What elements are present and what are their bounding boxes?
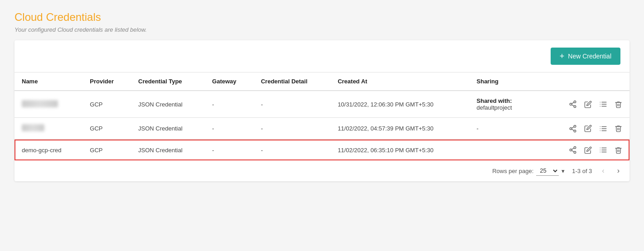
action-icons: [568, 146, 622, 154]
cell-sharing: [470, 140, 561, 161]
cell-actions: [561, 91, 629, 118]
new-credential-label: New Credential: [568, 53, 611, 60]
pagination-row: Rows per page: 25 50 100 ▾ 1-3 of 3 ‹ ›: [15, 160, 629, 181]
col-header-created-at: Created At: [330, 72, 469, 91]
pagination-range: 1-3 of 3: [572, 168, 592, 174]
credentials-table: Name Provider Credential Type Gateway Cr…: [15, 72, 629, 181]
col-header-sharing: Sharing: [470, 72, 561, 91]
cell-credential-detail: -: [254, 140, 330, 161]
delete-icon[interactable]: [615, 146, 622, 154]
sharing-label: Shared with:: [477, 97, 512, 104]
toolbar: + New Credential: [15, 40, 629, 72]
share-icon[interactable]: [569, 125, 577, 133]
cell-name: demo-gcp-cred: [15, 140, 82, 161]
delete-icon[interactable]: [615, 125, 622, 132]
blurred-name: [22, 100, 58, 107]
dropdown-icon: ▾: [562, 168, 565, 174]
menu-icon[interactable]: [599, 125, 607, 133]
page-subtitle: Your configured Cloud credentials are li…: [15, 26, 629, 33]
svg-line-14: [571, 129, 574, 130]
table-row: GCPJSON Credential--10/31/2022, 12:06:30…: [15, 91, 629, 118]
cell-sharing: Shared with: defaultproject: [470, 91, 561, 118]
table-row: demo-gcp-credGCPJSON Credential--11/02/2…: [15, 140, 629, 161]
pagination-next-button[interactable]: ›: [615, 166, 622, 176]
edit-icon[interactable]: [584, 146, 592, 154]
cell-gateway: -: [205, 91, 254, 118]
edit-icon[interactable]: [584, 125, 592, 132]
action-icons: [568, 125, 622, 133]
rows-per-page-label: Rows per page:: [492, 168, 533, 174]
new-credential-button[interactable]: + New Credential: [551, 48, 620, 65]
cell-gateway: -: [205, 140, 254, 161]
pagination: Rows per page: 25 50 100 ▾ 1-3 of 3 ‹ ›: [22, 166, 622, 176]
table-header-row: Name Provider Credential Type Gateway Cr…: [15, 72, 629, 91]
svg-line-3: [571, 105, 574, 106]
pagination-prev-button[interactable]: ‹: [599, 166, 607, 176]
svg-line-26: [571, 148, 574, 150]
cell-credential-detail: -: [254, 118, 330, 140]
svg-line-4: [571, 102, 574, 104]
plus-icon: +: [560, 52, 565, 60]
table-row: GCPJSON Credential--11/02/2022, 04:57:39…: [15, 118, 629, 140]
cell-actions: [561, 118, 629, 140]
share-icon[interactable]: [569, 146, 577, 154]
cell-actions: [561, 140, 629, 161]
col-header-name: Name: [15, 72, 82, 91]
cell-gateway: -: [205, 118, 254, 140]
col-header-credential-type: Credential Type: [131, 72, 205, 91]
menu-icon[interactable]: [599, 146, 607, 154]
sharing-project: defaultproject: [477, 104, 512, 111]
cell-name: [15, 118, 82, 140]
page-title: Cloud Credentials: [15, 11, 629, 24]
cell-credential-type: JSON Credential: [131, 118, 205, 140]
cell-provider: GCP: [82, 140, 131, 161]
cell-credential-type: JSON Credential: [131, 140, 205, 161]
svg-line-25: [571, 150, 574, 152]
share-icon[interactable]: [569, 100, 577, 108]
menu-icon[interactable]: [599, 100, 607, 108]
cell-credential-detail: -: [254, 91, 330, 118]
credentials-card: + New Credential Name Provider Credentia…: [15, 40, 629, 181]
col-header-credential-detail: Credential Detail: [254, 72, 330, 91]
col-header-gateway: Gateway: [205, 72, 254, 91]
rows-per-page-select[interactable]: 25 50 100: [536, 166, 559, 176]
cell-provider: GCP: [82, 91, 131, 118]
cell-sharing: -: [470, 118, 561, 140]
delete-icon[interactable]: [615, 101, 622, 108]
action-icons: [568, 100, 622, 108]
svg-line-15: [571, 126, 574, 128]
rows-per-page-control: Rows per page: 25 50 100 ▾: [492, 166, 565, 176]
edit-icon[interactable]: [584, 101, 592, 108]
cell-created-at: 10/31/2022, 12:06:30 PM GMT+5:30: [330, 91, 469, 118]
col-header-actions: [561, 72, 629, 91]
col-header-provider: Provider: [82, 72, 131, 91]
cell-created-at: 11/02/2022, 04:57:39 PM GMT+5:30: [330, 118, 469, 140]
cell-credential-type: JSON Credential: [131, 91, 205, 118]
blurred-name: [22, 124, 44, 131]
cell-name: [15, 91, 82, 118]
cell-provider: GCP: [82, 118, 131, 140]
cell-created-at: 11/02/2022, 06:35:10 PM GMT+5:30: [330, 140, 469, 161]
